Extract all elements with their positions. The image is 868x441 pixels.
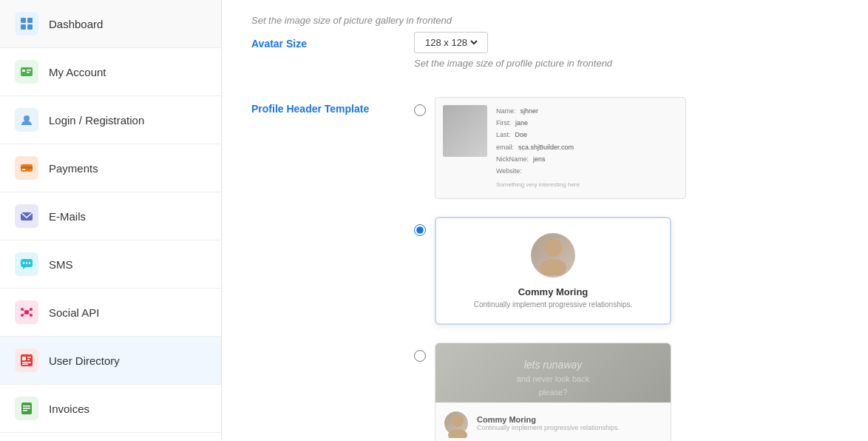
template-3-radio[interactable]: [414, 350, 426, 362]
svg-point-39: [452, 415, 464, 427]
template-3-name: Commy Moring: [477, 415, 620, 424]
sms-icon: [15, 252, 38, 276]
svg-rect-2: [21, 24, 26, 30]
template-3-avatar: [443, 410, 469, 437]
socialapi-icon: [15, 300, 38, 324]
sidebar-item-dashboard-label: Dashboard: [49, 18, 103, 30]
sidebar-item-emails[interactable]: E-Mails: [0, 192, 221, 240]
gallery-size-hint: Set the image size of picture gallery in…: [251, 15, 838, 26]
avatar-size-select-wrapper[interactable]: 128 x 128 64 x 64 256 x 256: [414, 32, 488, 53]
template-3-bio: Continually implement progressive relati…: [477, 424, 620, 431]
sidebar: Dashboard My Account Login / Registratio…: [0, 0, 222, 441]
sidebar-item-invoices-label: Invoices: [49, 403, 89, 415]
sidebar-item-login[interactable]: Login / Registration: [0, 96, 221, 144]
svg-rect-29: [27, 357, 31, 358]
avatar-size-row: Avatar Size 128 x 128 64 x 64 256 x 256 …: [251, 32, 838, 75]
template-3-banner: lets runaway and never look back please?: [435, 343, 671, 403]
template-2-preview: Commy Moring Continually implement progr…: [435, 217, 671, 325]
svg-point-17: [29, 262, 30, 263]
svg-rect-4: [21, 67, 33, 76]
profile-header-label: Profile Header Template: [251, 97, 414, 115]
banner-line2: and never look back: [517, 373, 589, 386]
template-3-bottom: Commy Moring Continually implement progr…: [435, 403, 671, 441]
sidebar-item-sms[interactable]: SMS: [0, 240, 221, 289]
template-2-avatar: [531, 233, 575, 277]
avatar-size-label: Avatar Size: [251, 32, 414, 50]
myaccount-icon: [15, 60, 38, 84]
svg-rect-5: [22, 70, 25, 72]
sidebar-item-payments[interactable]: Payments: [0, 144, 221, 192]
sidebar-item-myaccount-label: My Account: [49, 66, 106, 78]
template-1-fields: Name:sjhner First:jane Last:Doe email:sc…: [496, 105, 580, 191]
svg-rect-0: [21, 18, 26, 23]
svg-point-40: [448, 429, 467, 438]
profile-header-content: Name:sjhner First:jane Last:Doe email:sc…: [414, 97, 838, 441]
svg-rect-31: [22, 362, 31, 363]
sidebar-item-userdirectory-label: User Directory: [49, 354, 120, 367]
userdirectory-icon: [15, 349, 38, 372]
svg-rect-3: [27, 24, 33, 30]
sidebar-item-emails-label: E-Mails: [49, 210, 86, 223]
avatar-size-hint: Set the image size of profile picture in…: [414, 58, 838, 69]
sidebar-item-login-label: Login / Registration: [49, 114, 144, 127]
sidebar-item-userdirectory[interactable]: User Directory: [0, 337, 221, 385]
template-1-preview: Name:sjhner First:jane Last:Doe email:sc…: [435, 97, 686, 199]
dashboard-icon: [15, 12, 38, 36]
invoices-icon: [15, 397, 38, 420]
sidebar-item-socialapi-label: Social API: [49, 306, 99, 319]
svg-point-16: [26, 262, 27, 263]
banner-line3: please?: [517, 386, 589, 400]
sidebar-item-myaccount[interactable]: My Account: [0, 48, 221, 96]
svg-rect-1: [27, 18, 33, 23]
template-option-1: Name:sjhner First:jane Last:Doe email:sc…: [414, 97, 838, 199]
svg-marker-14: [23, 267, 26, 269]
template-2-radio[interactable]: [414, 224, 426, 236]
svg-rect-28: [22, 357, 26, 360]
avatar-size-select[interactable]: 128 x 128 64 x 64 256 x 256: [422, 36, 480, 49]
template-option-2: Commy Moring Continually implement progr…: [414, 217, 838, 325]
profile-header-template-row: Profile Header Template Name:sjhner Firs…: [251, 97, 838, 441]
svg-rect-30: [27, 359, 30, 360]
template-3-preview: lets runaway and never look back please?: [435, 343, 671, 441]
payments-icon: [15, 156, 38, 180]
sidebar-item-dashboard[interactable]: Dashboard: [0, 0, 221, 48]
sidebar-item-socialapi[interactable]: Social API: [0, 289, 221, 337]
svg-rect-7: [27, 72, 30, 73]
sidebar-item-sms-label: SMS: [49, 258, 73, 271]
svg-point-8: [24, 115, 30, 121]
template-3-info: Commy Moring Continually implement progr…: [477, 415, 620, 431]
svg-rect-34: [23, 405, 30, 407]
banner-line1: lets runaway: [517, 357, 589, 373]
login-icon: [15, 108, 38, 132]
svg-point-38: [540, 259, 566, 275]
template-1-radio[interactable]: [414, 104, 426, 116]
svg-rect-10: [21, 166, 33, 169]
svg-rect-35: [23, 408, 30, 409]
sidebar-item-payments-label: Payments: [49, 162, 98, 175]
svg-point-37: [544, 239, 562, 257]
svg-rect-36: [23, 410, 27, 411]
template-2-bio: Continually implement progressive relati…: [451, 300, 655, 309]
avatar-size-content: 128 x 128 64 x 64 256 x 256 Set the imag…: [414, 32, 838, 75]
template-1-avatar: [443, 105, 487, 157]
sidebar-item-invoices[interactable]: Invoices: [0, 385, 221, 433]
template-2-name: Commy Moring: [451, 286, 655, 297]
svg-rect-6: [27, 70, 31, 71]
emails-icon: [15, 204, 38, 228]
main-content: Set the image size of picture gallery in…: [222, 0, 868, 441]
template-option-3: lets runaway and never look back please?: [414, 343, 838, 441]
svg-rect-11: [22, 169, 25, 170]
svg-point-15: [23, 262, 24, 263]
svg-rect-32: [22, 364, 28, 366]
